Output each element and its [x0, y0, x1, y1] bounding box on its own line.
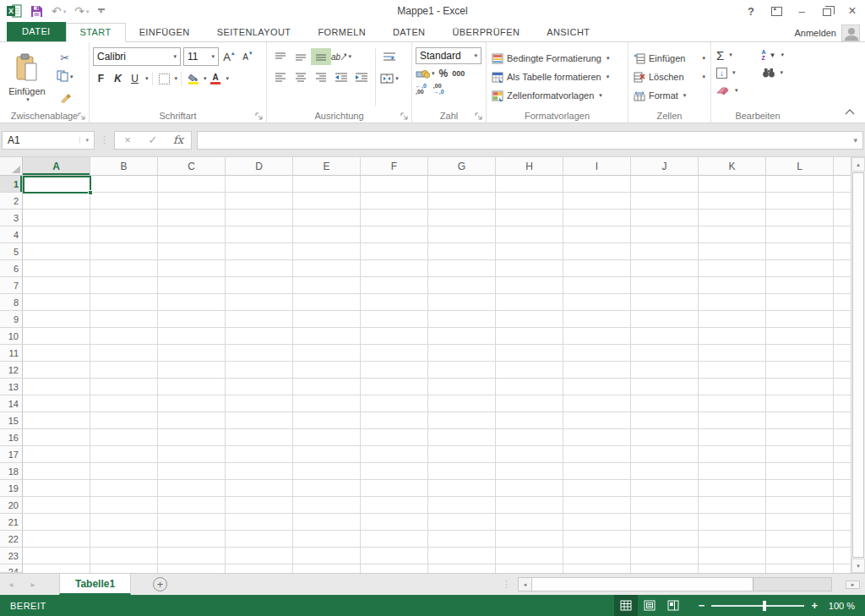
row-header-8[interactable]: 8	[0, 294, 22, 311]
scroll-down-icon[interactable]: ▾	[851, 559, 865, 573]
column-header-J[interactable]: J	[631, 157, 699, 175]
help-button[interactable]: ?	[738, 0, 764, 22]
orientation-button[interactable]: ab▾	[331, 48, 351, 65]
fill-color-dropdown-icon[interactable]: ▾	[204, 75, 207, 82]
copy-dropdown-icon[interactable]: ▾	[70, 74, 73, 80]
decrease-indent-button[interactable]	[331, 68, 351, 85]
column-header-partial[interactable]	[834, 157, 851, 175]
column-header-I[interactable]: I	[563, 157, 631, 175]
selection-A1[interactable]	[23, 176, 91, 194]
tab-start[interactable]: START	[66, 23, 126, 42]
row-header-13[interactable]: 13	[0, 379, 22, 395]
row-header-15[interactable]: 15	[0, 412, 22, 429]
number-format-select[interactable]: Standard▾	[416, 47, 481, 64]
align-center-button[interactable]	[291, 68, 311, 85]
shrink-font-button[interactable]: A▼	[240, 48, 256, 65]
underline-dropdown-icon[interactable]: ▾	[145, 75, 149, 82]
tab-ueberpruefen[interactable]: ÜBERPRÜFEN	[438, 24, 533, 41]
page-break-preview-button[interactable]	[661, 595, 685, 616]
bold-button[interactable]: F	[93, 70, 109, 87]
cell-styles-button[interactable]: Zellenformatvorlagen▾	[490, 86, 624, 105]
align-top-button[interactable]	[270, 48, 291, 65]
fill-handle[interactable]	[88, 190, 93, 195]
sheet-nav-left-icon[interactable]: ◂	[0, 580, 22, 589]
column-header-F[interactable]: F	[361, 157, 428, 175]
conditional-formatting-button[interactable]: Bedingte Formatierung▾	[490, 49, 624, 68]
italic-button[interactable]: K	[110, 70, 126, 87]
zoom-in-icon[interactable]: +	[811, 600, 818, 611]
tab-ansicht[interactable]: ANSICHT	[533, 24, 603, 41]
row-header-22[interactable]: 22	[0, 531, 22, 548]
horizontal-scrollbar-thumb[interactable]	[532, 578, 753, 591]
zoom-level[interactable]: 100 %	[826, 601, 865, 611]
redo-dropdown-icon[interactable]: ▾	[86, 8, 90, 14]
column-header-H[interactable]: H	[496, 157, 563, 175]
formula-bar-splitter-icon[interactable]: ⋮	[100, 134, 109, 145]
insert-cells-button[interactable]: Einfügen▾	[632, 49, 707, 68]
delete-cells-button[interactable]: Löschen▾	[632, 68, 707, 86]
row-header-23[interactable]: 23	[0, 548, 22, 564]
row-header-11[interactable]: 11	[0, 345, 22, 362]
borders-dropdown-icon[interactable]: ▾	[175, 75, 178, 82]
cut-button[interactable]: ✂	[54, 51, 76, 65]
format-as-table-button[interactable]: Als Tabelle formatieren▾	[490, 68, 624, 86]
tab-formeln[interactable]: FORMELN	[304, 24, 379, 41]
column-header-A[interactable]: A	[23, 157, 90, 175]
grow-font-button[interactable]: A▲	[221, 48, 237, 65]
row-header-10[interactable]: 10	[0, 328, 22, 345]
customize-qat-icon[interactable]: ▾	[98, 8, 105, 14]
clear-button[interactable]: ▾	[715, 82, 755, 99]
alignment-dialog-launcher-icon[interactable]	[400, 112, 409, 120]
normal-view-button[interactable]	[614, 595, 638, 616]
sheet-tab-tabelle1[interactable]: Tabelle1	[59, 574, 131, 595]
name-box[interactable]: A1▾	[2, 131, 95, 150]
undo-dropdown-icon[interactable]: ▾	[63, 8, 67, 14]
font-dialog-launcher-icon[interactable]	[255, 112, 264, 120]
row-header-20[interactable]: 20	[0, 497, 22, 514]
select-all-corner[interactable]	[0, 157, 23, 175]
new-sheet-button[interactable]: +	[153, 577, 167, 591]
insert-function-button[interactable]: fx	[166, 134, 191, 146]
underline-button[interactable]: U	[127, 70, 143, 87]
vertical-scrollbar-thumb[interactable]	[852, 172, 864, 558]
column-header-D[interactable]: D	[226, 157, 293, 175]
sort-filter-button[interactable]: AZ ▼▾	[760, 46, 802, 63]
increase-decimal-button[interactable]: ←,0,00	[416, 83, 427, 95]
row-header-5[interactable]: 5	[0, 243, 22, 260]
sheet-nav-right-icon[interactable]: ▸	[22, 580, 44, 589]
zoom-slider[interactable]: − +	[699, 600, 818, 611]
scroll-right-icon[interactable]: ▸	[846, 581, 860, 589]
save-icon[interactable]	[30, 5, 43, 18]
merge-center-button[interactable]: ▾	[379, 70, 400, 87]
paste-dropdown-icon[interactable]: ▾	[26, 96, 30, 103]
sign-in[interactable]: Anmelden	[794, 25, 865, 41]
copy-button[interactable]: ▾	[54, 68, 76, 86]
row-header-17[interactable]: 17	[0, 446, 22, 463]
cells-canvas[interactable]	[23, 176, 851, 573]
tab-seitenlayout[interactable]: SEITENLAYOUT	[204, 24, 305, 41]
fill-color-button[interactable]	[185, 70, 201, 87]
column-header-G[interactable]: G	[428, 157, 496, 175]
column-header-C[interactable]: C	[158, 157, 226, 175]
row-header-7[interactable]: 7	[0, 277, 22, 294]
row-header-18[interactable]: 18	[0, 463, 22, 480]
align-left-button[interactable]	[270, 68, 291, 85]
row-header-12[interactable]: 12	[0, 362, 22, 379]
format-cells-button[interactable]: Format▾	[632, 86, 707, 105]
font-size-select[interactable]: 11▾	[183, 47, 219, 66]
percent-style-button[interactable]: %	[439, 68, 449, 79]
page-layout-view-button[interactable]	[638, 595, 661, 616]
comma-style-button[interactable]: 000	[452, 69, 465, 78]
wrap-text-button[interactable]	[379, 48, 400, 65]
currency-format-button[interactable]: ▾	[416, 68, 435, 79]
zoom-out-icon[interactable]: −	[699, 600, 705, 611]
horizontal-scrollbar[interactable]: ◂	[518, 577, 832, 591]
decrease-decimal-button[interactable]: ,00→,0	[433, 83, 444, 95]
column-header-K[interactable]: K	[699, 157, 766, 175]
paste-button[interactable]: Einfügen ▾	[3, 52, 51, 103]
row-header-24[interactable]: 24	[0, 564, 22, 573]
row-header-4[interactable]: 4	[0, 226, 22, 243]
confirm-entry-icon[interactable]: ✓	[140, 134, 166, 146]
row-header-2[interactable]: 2	[0, 193, 22, 210]
zoom-slider-thumb[interactable]	[763, 601, 766, 611]
